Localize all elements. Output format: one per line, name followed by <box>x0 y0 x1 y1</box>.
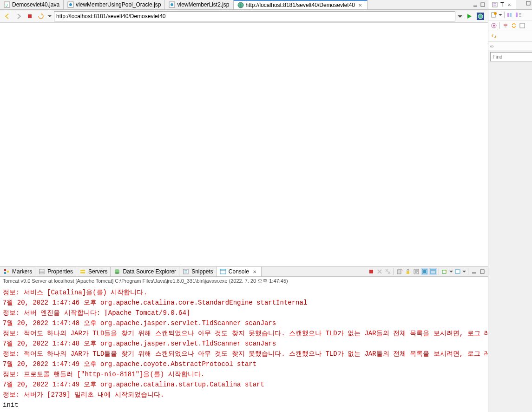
url-dropdown-icon[interactable] <box>457 12 463 21</box>
tab-label: Snippets <box>191 268 213 275</box>
console-line: 7월 20, 2022 1:47:48 오후 org.apache.jasper… <box>3 339 485 349</box>
external-browser-button[interactable] <box>476 12 485 21</box>
remove-all-button[interactable] <box>384 268 392 275</box>
editor-tab-jsp-1[interactable]: viewMemberUsingPool_Oracle.jsp <box>64 0 165 9</box>
sync-button[interactable] <box>510 22 518 29</box>
tab-data-source-explorer[interactable]: Data Source Explorer <box>111 267 179 276</box>
svg-rect-13 <box>4 272 6 274</box>
tab-label: T <box>500 1 504 8</box>
filter-button[interactable] <box>519 22 526 29</box>
pin-console-button[interactable] <box>421 268 428 275</box>
tab-label: Properties <box>47 268 73 275</box>
svg-rect-39 <box>480 270 484 273</box>
back-button[interactable] <box>3 12 12 21</box>
console-line: 정보: 서버 엔진을 시작합니다: [Apache Tomcat/9.0.64] <box>3 308 485 318</box>
console-line: 7월 20, 2022 1:47:48 오후 org.apache.jasper… <box>3 318 485 328</box>
minimize-icon[interactable] <box>472 1 479 8</box>
tab-label: Demosevlet40.java <box>12 1 59 8</box>
clear-console-button[interactable] <box>396 268 403 275</box>
remove-launch-button[interactable] <box>376 268 383 275</box>
svg-rect-23 <box>184 269 188 274</box>
bottom-view-tabs: Markers Properties Servers Data Source E… <box>0 266 488 277</box>
editor-window-controls <box>470 0 488 9</box>
close-icon[interactable]: ✕ <box>506 1 513 8</box>
schedule-button[interactable] <box>515 11 522 19</box>
tab-servers[interactable]: Servers <box>76 267 111 276</box>
dropdown-icon[interactable] <box>449 268 453 275</box>
svg-point-3 <box>69 3 72 6</box>
right-side-panel: T ✕ ∞ <box>488 0 532 412</box>
svg-rect-14 <box>7 271 9 272</box>
dropdown-icon[interactable] <box>499 11 502 19</box>
tab-snippets[interactable]: Snippets <box>179 267 217 276</box>
snippets-icon <box>182 268 190 275</box>
console-toolbar <box>366 267 488 276</box>
minimize-button[interactable] <box>470 268 478 275</box>
link-button[interactable] <box>490 33 498 40</box>
svg-rect-30 <box>407 271 409 274</box>
markers-icon <box>3 268 10 275</box>
tab-markers[interactable]: Markers <box>0 267 35 276</box>
url-input[interactable] <box>54 11 455 21</box>
svg-rect-48 <box>516 13 518 17</box>
svg-rect-29 <box>397 270 401 274</box>
svg-rect-12 <box>4 269 6 271</box>
close-icon[interactable]: ✕ <box>357 2 363 8</box>
focus-button[interactable] <box>490 22 498 29</box>
stop-button[interactable] <box>25 12 34 21</box>
go-button[interactable] <box>465 12 474 21</box>
collapse-button[interactable] <box>502 22 509 29</box>
svg-rect-34 <box>431 269 435 274</box>
svg-point-50 <box>493 25 495 27</box>
console-line: 7월 20, 2022 1:47:49 오후 org.apache.catali… <box>3 379 485 390</box>
datasource-icon <box>113 268 121 275</box>
svg-rect-51 <box>520 23 525 28</box>
find-input[interactable] <box>490 52 532 61</box>
console-line: 7월 20, 2022 1:47:46 오후 org.apache.catali… <box>3 298 485 308</box>
svg-rect-18 <box>80 270 85 271</box>
console-line: 정보: 프로토콜 핸들러 ["http-nio-8181"]을(를) 시작합니다… <box>3 369 485 379</box>
tab-label: Data Source Explorer <box>123 268 176 275</box>
tab-label: Console <box>229 268 249 275</box>
console-line: 정보: 서비스 [Catalina]을(를) 시작합니다. <box>3 287 485 298</box>
forward-button[interactable] <box>14 12 23 21</box>
svg-rect-43 <box>526 1 530 5</box>
svg-point-5 <box>171 3 173 6</box>
console-output[interactable]: 정보: 서비스 [Catalina]을(를) 시작합니다.7월 20, 2022… <box>0 286 488 412</box>
word-wrap-button[interactable] <box>413 268 420 275</box>
scroll-lock-button[interactable] <box>404 268 412 275</box>
categorize-button[interactable] <box>506 11 514 19</box>
editor-tab-jsp-2[interactable]: viewMemberList2.jsp <box>165 0 233 9</box>
svg-rect-9 <box>28 14 32 18</box>
svg-rect-26 <box>220 269 226 274</box>
console-line: 정보: 서버가 [2739] 밀리초 내에 시작되었습니다. <box>3 390 485 400</box>
view-menu-icon[interactable] <box>525 0 532 7</box>
jsp-file-icon <box>67 1 74 8</box>
terminate-button[interactable] <box>368 268 375 275</box>
maximize-button[interactable] <box>479 268 486 275</box>
svg-point-11 <box>478 14 483 19</box>
console-line: 정보: 적어도 하나의 JAR가 TLD들을 찾기 위해 스캔되었으나 아무 것… <box>3 328 485 339</box>
svg-text:J: J <box>6 3 8 7</box>
dropdown-icon[interactable] <box>462 268 466 275</box>
tab-label: Markers <box>12 268 32 275</box>
editor-tab-java[interactable]: J Demosevlet40.java <box>0 0 64 9</box>
console-line: init <box>3 400 485 410</box>
dropdown-icon[interactable] <box>47 12 52 21</box>
tab-console[interactable]: Console ✕ <box>217 267 262 276</box>
editor-tab-browser[interactable]: http://localhost:8181/sevelt40/Demosevle… <box>234 0 368 9</box>
maximize-icon[interactable] <box>479 1 486 8</box>
servers-icon <box>79 268 86 275</box>
console-icon <box>219 268 227 275</box>
refresh-button[interactable] <box>36 12 46 21</box>
tab-properties[interactable]: Properties <box>35 267 76 276</box>
new-task-button[interactable] <box>490 11 498 19</box>
show-console-button[interactable] <box>429 268 437 275</box>
close-icon[interactable]: ✕ <box>251 268 258 275</box>
console-line: 7월 20, 2022 1:47:49 오후 org.apache.coyote… <box>3 359 485 369</box>
browser-toolbar <box>0 10 488 23</box>
open-console-button[interactable] <box>441 268 448 275</box>
console-process-label: Tomcat v9.0 Server at localhost [Apache … <box>0 277 488 286</box>
display-console-button[interactable] <box>454 268 461 275</box>
tab-task-list[interactable]: T ✕ <box>488 0 516 9</box>
